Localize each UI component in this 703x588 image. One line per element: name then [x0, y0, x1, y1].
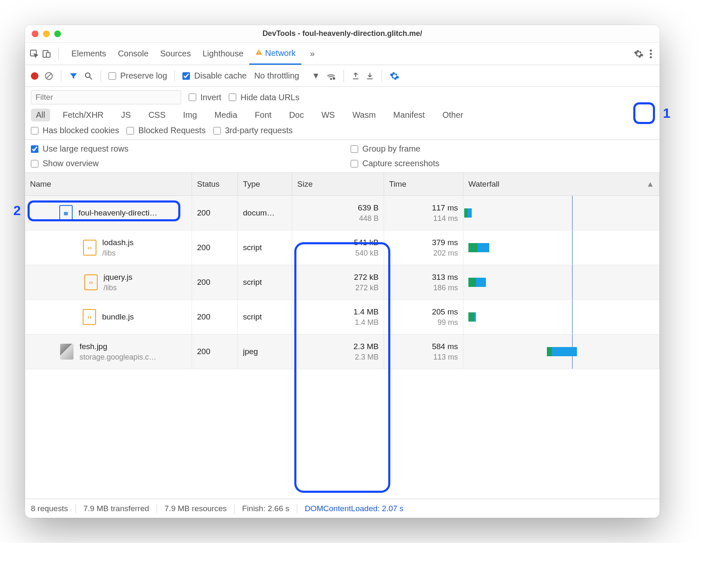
- capture-screenshots-checkbox[interactable]: Capture screenshots: [351, 159, 654, 168]
- hide-data-urls-checkbox[interactable]: Hide data URLs: [229, 93, 299, 102]
- device-toolbar-icon[interactable]: [42, 49, 52, 59]
- cell-time: 313 ms186 ms: [384, 265, 463, 299]
- filter-type-img[interactable]: Img: [178, 109, 202, 122]
- cell-type: script: [238, 231, 292, 265]
- cell-name: ≣foul-heavenly-directi…: [25, 196, 192, 230]
- filter-type-all[interactable]: All: [31, 109, 50, 122]
- filter-type-other[interactable]: Other: [437, 109, 468, 122]
- status-bar: 8 requests 7.9 MB transferred 7.9 MB res…: [25, 499, 660, 518]
- disable-cache-checkbox[interactable]: Disable cache: [182, 71, 247, 81]
- filter-type-ws[interactable]: WS: [316, 109, 340, 122]
- kebab-menu-icon[interactable]: [646, 49, 655, 58]
- filter-type-wasm[interactable]: Wasm: [347, 109, 381, 122]
- search-icon[interactable]: [84, 71, 93, 81]
- cell-size: 1.4 MB1.4 MB: [292, 300, 384, 334]
- filter-type-js[interactable]: JS: [116, 109, 136, 122]
- tab-elements[interactable]: Elements: [66, 43, 112, 65]
- col-status[interactable]: Status: [192, 173, 238, 195]
- cell-type: jpeg: [238, 335, 292, 369]
- cell-waterfall: [463, 231, 660, 265]
- tab-console[interactable]: Console: [112, 43, 154, 65]
- filter-bar: Invert Hide data URLs AllFetch/XHRJSCSSI…: [25, 87, 660, 140]
- table-row[interactable]: ‹›lodash.js/libs200script541 kB540 kB379…: [25, 231, 660, 265]
- cell-waterfall: [463, 335, 660, 369]
- window-controls: [32, 30, 61, 37]
- network-toolbar: Preserve log Disable cache No throttling…: [25, 65, 660, 87]
- close-window-button[interactable]: [32, 30, 38, 37]
- blocked-requests-checkbox[interactable]: Blocked Requests: [126, 126, 205, 135]
- sort-asc-icon: ▲: [646, 180, 654, 189]
- filter-type-doc[interactable]: Doc: [284, 109, 309, 122]
- has-blocked-cookies-checkbox[interactable]: Has blocked cookies: [31, 126, 119, 135]
- devtools-window: DevTools - foul-heavenly-direction.glitc…: [25, 25, 660, 518]
- tab-sources[interactable]: Sources: [154, 43, 197, 65]
- cell-time: 117 ms114 ms: [384, 196, 463, 230]
- record-button[interactable]: [31, 72, 38, 80]
- cell-name: ‹›jquery.js/libs: [25, 265, 192, 299]
- network-conditions-icon[interactable]: [326, 71, 336, 81]
- col-type[interactable]: Type: [238, 173, 292, 195]
- third-party-requests-checkbox[interactable]: 3rd-party requests: [213, 126, 293, 135]
- svg-point-10: [86, 73, 90, 77]
- invert-checkbox[interactable]: Invert: [189, 93, 221, 102]
- col-waterfall[interactable]: Waterfall▲: [463, 173, 660, 195]
- svg-rect-4: [258, 53, 259, 54]
- filter-type-font[interactable]: Font: [250, 109, 276, 122]
- clear-icon[interactable]: [44, 71, 53, 81]
- cell-type: docum…: [238, 196, 292, 230]
- svg-rect-3: [258, 51, 259, 53]
- table-row[interactable]: fesh.jpgstorage.googleapis.c…200jpeg2.3 …: [25, 335, 660, 369]
- titlebar: DevTools - foul-heavenly-direction.glitc…: [25, 25, 660, 43]
- network-settings-gear-icon[interactable]: [389, 71, 400, 81]
- cell-status: 200: [192, 196, 238, 230]
- cell-type: script: [238, 265, 292, 299]
- filter-icon[interactable]: [69, 71, 78, 81]
- table-row[interactable]: ‹›bundle.js200script1.4 MB1.4 MB205 ms99…: [25, 300, 660, 335]
- col-time[interactable]: Time: [384, 173, 463, 195]
- svg-point-5: [650, 49, 652, 51]
- svg-rect-2: [46, 53, 50, 57]
- preserve-log-checkbox[interactable]: Preserve log: [109, 71, 167, 81]
- tab-lighthouse[interactable]: Lighthouse: [197, 43, 249, 65]
- show-overview-checkbox[interactable]: Show overview: [31, 159, 334, 168]
- cell-size: 272 kB272 kB: [292, 265, 384, 299]
- tab-network[interactable]: Network: [249, 43, 301, 65]
- zoom-window-button[interactable]: [54, 30, 61, 37]
- cell-name: fesh.jpgstorage.googleapis.c…: [25, 335, 192, 369]
- filter-type-fetch-xhr[interactable]: Fetch/XHR: [58, 109, 109, 122]
- cell-waterfall: [463, 300, 660, 334]
- col-name[interactable]: Name: [25, 173, 192, 195]
- more-tabs-button[interactable]: »: [304, 43, 320, 65]
- status-requests: 8 requests: [31, 504, 76, 513]
- cell-time: 205 ms99 ms: [384, 300, 463, 334]
- callout-number-1: 1: [663, 106, 670, 121]
- file-type-icon: ≣: [59, 205, 73, 221]
- table-row[interactable]: ‹›jquery.js/libs200script272 kB272 kB313…: [25, 265, 660, 300]
- filter-type-manifest[interactable]: Manifest: [388, 109, 430, 122]
- file-type-icon: ‹›: [84, 274, 98, 290]
- table-row[interactable]: ≣foul-heavenly-directi…200docum…639 B448…: [25, 196, 660, 231]
- cell-time: 379 ms202 ms: [384, 231, 463, 265]
- large-request-rows-checkbox[interactable]: Use large request rows: [31, 144, 334, 154]
- filter-type-media[interactable]: Media: [210, 109, 242, 122]
- export-har-icon[interactable]: [366, 72, 374, 80]
- filter-type-css[interactable]: CSS: [143, 109, 170, 122]
- col-size[interactable]: Size: [292, 173, 384, 195]
- file-type-icon: ‹›: [83, 309, 96, 325]
- svg-point-12: [330, 78, 331, 79]
- throttling-select[interactable]: No throttling ▼: [254, 71, 320, 81]
- minimize-window-button[interactable]: [43, 30, 50, 37]
- svg-point-13: [333, 77, 335, 80]
- status-finish: Finish: 2.66 s: [235, 504, 297, 513]
- inspect-element-icon[interactable]: [29, 49, 39, 59]
- cell-waterfall: [463, 196, 660, 230]
- filter-input[interactable]: [31, 90, 181, 104]
- group-by-frame-checkbox[interactable]: Group by frame: [351, 144, 654, 154]
- settings-gear-icon[interactable]: [634, 49, 644, 59]
- import-har-icon[interactable]: [352, 72, 360, 80]
- cell-waterfall: [463, 265, 660, 299]
- cell-name: ‹›bundle.js: [25, 300, 192, 334]
- network-settings-row: Use large request rows Group by frame Sh…: [25, 140, 660, 173]
- panel-tabstrip: ElementsConsoleSourcesLighthouseNetwork …: [25, 43, 660, 65]
- divider: [58, 48, 59, 60]
